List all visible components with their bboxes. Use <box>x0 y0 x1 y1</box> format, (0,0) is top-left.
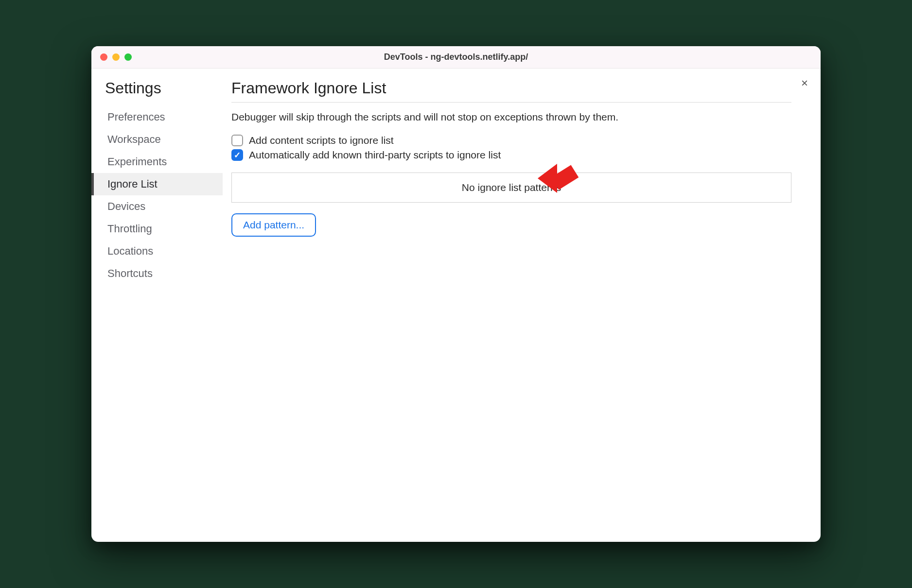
page-description: Debugger will skip through the scripts a… <box>231 111 791 123</box>
settings-sidebar: Settings Preferences Workspace Experimen… <box>91 69 223 542</box>
sidebar-item-label: Locations <box>107 245 153 257</box>
window-title: DevTools - ng-devtools.netlify.app/ <box>91 52 821 62</box>
sidebar-item-throttling[interactable]: Throttling <box>91 218 223 240</box>
window-maximize-button[interactable] <box>124 53 132 61</box>
checkbox-label: Automatically add known third-party scri… <box>249 149 501 161</box>
checkbox-auto-third-party[interactable]: ✓ Automatically add known third-party sc… <box>231 149 791 161</box>
sidebar-item-ignore-list[interactable]: Ignore List <box>91 173 223 195</box>
sidebar-item-label: Preferences <box>107 111 165 123</box>
add-pattern-button[interactable]: Add pattern... <box>231 213 316 237</box>
sidebar-item-label: Throttling <box>107 223 152 235</box>
button-label: Add pattern... <box>243 219 304 230</box>
sidebar-item-workspace[interactable]: Workspace <box>91 128 223 151</box>
window-titlebar: DevTools - ng-devtools.netlify.app/ <box>91 46 821 69</box>
close-icon[interactable]: × <box>801 77 808 89</box>
sidebar-item-shortcuts[interactable]: Shortcuts <box>91 262 223 285</box>
checkbox-add-content-scripts[interactable]: Add content scripts to ignore list <box>231 135 791 146</box>
sidebar-item-label: Experiments <box>107 156 167 168</box>
empty-patterns-text: No ignore list patterns <box>462 182 561 193</box>
window-close-button[interactable] <box>100 53 107 61</box>
traffic-lights <box>100 53 132 61</box>
sidebar-item-experiments[interactable]: Experiments <box>91 151 223 173</box>
sidebar-item-preferences[interactable]: Preferences <box>91 106 223 128</box>
page-title: Framework Ignore List <box>231 79 791 103</box>
sidebar-item-label: Shortcuts <box>107 267 153 279</box>
window-minimize-button[interactable] <box>112 53 120 61</box>
sidebar-title: Settings <box>91 79 223 106</box>
checkbox-label: Add content scripts to ignore list <box>249 135 394 146</box>
checkbox-icon: ✓ <box>231 149 243 161</box>
sidebar-item-label: Devices <box>107 200 145 212</box>
sidebar-item-locations[interactable]: Locations <box>91 240 223 262</box>
settings-content: × Settings Preferences Workspace Experim… <box>91 69 821 542</box>
ignore-patterns-list: No ignore list patterns <box>231 173 791 203</box>
sidebar-item-devices[interactable]: Devices <box>91 195 223 218</box>
sidebar-item-label: Ignore List <box>107 178 158 190</box>
checkbox-icon <box>231 135 243 146</box>
settings-main: Framework Ignore List Debugger will skip… <box>223 69 821 542</box>
sidebar-item-label: Workspace <box>107 133 161 145</box>
checkmark-icon: ✓ <box>234 151 241 159</box>
devtools-settings-window: DevTools - ng-devtools.netlify.app/ × Se… <box>91 46 821 542</box>
